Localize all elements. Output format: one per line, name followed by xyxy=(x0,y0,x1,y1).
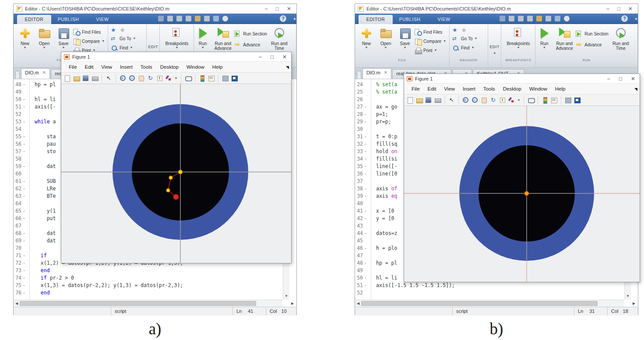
new-button[interactable]: New ▼ xyxy=(15,27,35,63)
find-files-button[interactable]: Find Files xyxy=(415,28,446,35)
insert-legend-icon[interactable] xyxy=(550,96,558,104)
chevron-down-icon[interactable]: ▼ xyxy=(517,96,521,104)
minimize-button[interactable]: – xyxy=(606,6,609,12)
data-cursor-icon[interactable] xyxy=(499,96,506,104)
open-file-icon[interactable] xyxy=(415,96,423,104)
insert-colorbar-icon[interactable] xyxy=(198,74,206,82)
zoom-in-icon[interactable] xyxy=(119,74,127,82)
collapse-ribbon-icon[interactable]: ▲ xyxy=(633,15,640,22)
flag-icon[interactable]: ◆ xyxy=(462,27,469,33)
ribbon-tab-view[interactable]: VIEW xyxy=(85,15,120,24)
undo-icon[interactable] xyxy=(536,16,542,21)
minimize-button[interactable]: – xyxy=(265,6,268,12)
pan-icon[interactable] xyxy=(137,74,145,82)
zoom-in-icon[interactable] xyxy=(462,96,469,104)
figure-minimize-button[interactable]: – xyxy=(259,54,262,60)
menu-item[interactable]: Help xyxy=(551,86,570,91)
menu-item[interactable]: Tools xyxy=(137,64,156,70)
copy-icon[interactable] xyxy=(518,16,524,21)
show-plot-tools-icon[interactable] xyxy=(231,74,238,82)
ribbon-help-icon[interactable]: ? xyxy=(280,15,286,22)
copy-icon[interactable] xyxy=(176,16,182,21)
menu-overflow-icon[interactable]: ◥ xyxy=(634,87,637,91)
breakpoints-button[interactable]: Breakpoints ▼ xyxy=(503,27,534,49)
pan-icon[interactable] xyxy=(480,96,488,104)
maximize-button[interactable]: □ xyxy=(617,6,620,12)
run-and-time-button[interactable]: Run andTime xyxy=(610,27,631,63)
open-button[interactable]: Open ▼ xyxy=(35,27,54,63)
menu-item[interactable]: Window xyxy=(525,86,551,91)
cut-icon[interactable] xyxy=(167,16,173,21)
horizontal-scrollbar[interactable]: ◀ ▶ xyxy=(14,300,282,307)
print-figure-icon[interactable] xyxy=(91,74,99,82)
find-button[interactable]: Find ▼ xyxy=(111,44,146,51)
chevron-down-icon[interactable]: ▼ xyxy=(174,74,178,82)
menu-item[interactable]: Edit xyxy=(424,86,440,91)
close-button[interactable]: ✕ xyxy=(287,6,291,12)
figure-minimize-button[interactable]: – xyxy=(607,76,610,82)
open-button[interactable]: Open ▼ xyxy=(376,27,395,63)
insert-legend-icon[interactable] xyxy=(208,74,215,82)
menu-item[interactable]: Help xyxy=(208,64,227,70)
menu-item[interactable]: Insert xyxy=(459,86,479,91)
link-plot-icon[interactable] xyxy=(184,74,192,82)
zoom-out-icon[interactable] xyxy=(128,74,136,82)
run-and-advance-button[interactable]: Run andAdvance xyxy=(553,27,576,63)
redo-icon[interactable] xyxy=(204,16,210,21)
menu-item[interactable]: File xyxy=(65,64,81,70)
run-button[interactable]: Run ▼ xyxy=(535,27,553,63)
find-files-button[interactable]: Find Files xyxy=(73,28,105,35)
menu-item[interactable]: Desktop xyxy=(156,64,183,70)
paste-icon[interactable] xyxy=(527,16,533,21)
menu-item[interactable]: Insert xyxy=(116,64,137,70)
collapse-ribbon-icon[interactable]: ▲ xyxy=(291,15,298,22)
figure-maximize-button[interactable]: □ xyxy=(271,54,274,60)
compare-button[interactable]: Compare ▼ xyxy=(73,38,105,45)
close-button[interactable]: ✕ xyxy=(628,6,633,12)
document-tab[interactable]: DIO.m ✕ xyxy=(21,68,50,79)
advance-button[interactable]: Advance xyxy=(234,41,267,48)
switch-window-icon[interactable] xyxy=(555,16,560,21)
print-button[interactable]: Print ▼ xyxy=(415,47,446,54)
edit-group[interactable]: EDIT ▼ xyxy=(488,24,501,63)
new-figure-icon[interactable] xyxy=(406,96,414,104)
hide-plot-tools-icon[interactable] xyxy=(564,96,572,104)
menu-item[interactable]: Tools xyxy=(479,86,499,91)
save-button[interactable]: Save ▼ xyxy=(395,27,415,63)
advance-button[interactable]: Advance xyxy=(576,41,608,48)
help-icon[interactable] xyxy=(564,16,570,21)
save-icon[interactable] xyxy=(158,16,164,21)
menu-item[interactable]: View xyxy=(440,86,459,91)
horizontal-scrollbar[interactable]: ◀ ▶ xyxy=(355,300,624,307)
flag-icon[interactable]: ◆ xyxy=(120,27,127,33)
redo-icon[interactable] xyxy=(545,16,551,21)
insert-colorbar-icon[interactable] xyxy=(541,96,549,104)
compare-button[interactable]: Compare ▼ xyxy=(415,38,446,45)
close-tab-icon[interactable]: ✕ xyxy=(42,70,46,79)
run-section-button[interactable]: Run Section xyxy=(234,30,267,37)
hide-plot-tools-icon[interactable] xyxy=(222,74,229,82)
edit-plot-icon[interactable]: ↖ xyxy=(448,96,455,104)
find-button[interactable]: Find ▼ xyxy=(452,44,488,51)
scroll-right-icon[interactable]: ▶ xyxy=(289,300,296,307)
ribbon-tab-publish[interactable]: PUBLISH xyxy=(51,15,85,24)
rotate-3d-icon[interactable]: ↻ xyxy=(489,96,497,104)
scrollbar-thumb[interactable] xyxy=(361,301,598,306)
cut-icon[interactable] xyxy=(509,16,514,21)
scroll-right-icon[interactable]: ▶ xyxy=(631,300,637,307)
brush-icon[interactable] xyxy=(165,74,172,82)
save-figure-icon[interactable] xyxy=(425,96,432,104)
goto-button[interactable]: ⇄ Go To ▼ xyxy=(452,35,488,42)
scroll-left-icon[interactable]: ◀ xyxy=(14,300,20,307)
menu-item[interactable]: View xyxy=(97,64,116,70)
scroll-left-icon[interactable]: ◀ xyxy=(355,300,361,307)
goto-button[interactable]: ⇄ Go To ▼ xyxy=(111,35,146,42)
ribbon-tab-view[interactable]: VIEW xyxy=(427,15,461,24)
zoom-out-icon[interactable] xyxy=(471,96,479,104)
brush-icon[interactable] xyxy=(508,96,515,104)
save-icon[interactable] xyxy=(500,16,505,21)
scroll-down-icon[interactable]: ▼ xyxy=(625,293,631,299)
figure-close-button[interactable]: ✕ xyxy=(282,54,287,60)
menu-item[interactable]: Edit xyxy=(81,64,98,70)
ribbon-tab-editor[interactable]: EDITOR xyxy=(17,15,51,24)
